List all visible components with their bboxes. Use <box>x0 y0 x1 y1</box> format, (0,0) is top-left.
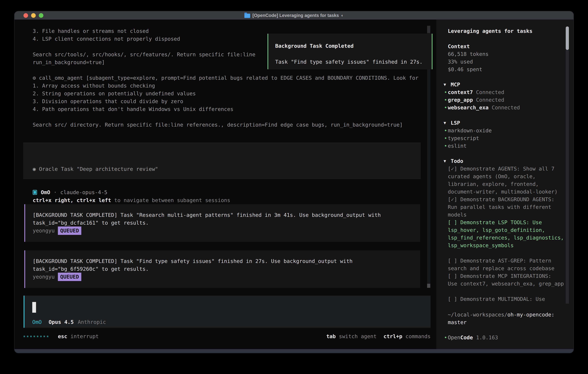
input-meta: OmO Opus 4.5 Anthropic <box>32 318 106 326</box>
mcp-server-name: context7 <box>448 89 473 95</box>
todo-item: [ ] Demonstrate MULTIMODAL: Use <box>448 295 567 303</box>
status-badge: QUEUED <box>58 273 81 281</box>
sidebar-scrollbar-thumb[interactable] <box>566 26 569 50</box>
todo-item: [✓] Demonstrate AGENTS: Show all 7 curat… <box>448 165 567 196</box>
maximize-button[interactable] <box>39 13 43 18</box>
status-badge: QUEUED <box>58 227 81 235</box>
product-name-b: Code <box>460 334 473 341</box>
window-title-group: [OpenCode] Leveraging agents for tasks ◐ <box>244 13 344 18</box>
context-spent: $0.46 spent <box>448 65 567 73</box>
context-used: 33% used <box>448 58 567 65</box>
todo-item: [ ] Demonstrate MCP INTEGRATIONS: Use co… <box>448 272 567 288</box>
message-text: [BACKGROUND TASK COMPLETED] Task "Resear… <box>33 211 409 227</box>
tab-key-label: switch agent <box>339 332 377 340</box>
terminal-line: Search src/ directory. Return specific f… <box>33 121 436 129</box>
lsp-server-item: •typescript <box>448 134 567 142</box>
chevron-down-icon: ▼ <box>444 81 451 88</box>
ctrlp-key-hint: ctrl+p <box>384 332 402 340</box>
message-author: yeongyu <box>33 273 55 281</box>
todo-item: [✓] Demonstrate BACKGROUND AGENTS: Run p… <box>448 196 567 218</box>
toast-title: Background Task Completed <box>275 42 425 50</box>
status-bar: esc interrupt tab switch agent ctrl+p co… <box>24 332 430 340</box>
terminal-scrollbar-thumb-top[interactable] <box>427 26 430 33</box>
mcp-server-status: Connected <box>476 97 504 103</box>
context-section: Context 66,518 tokens 33% used $0.46 spe… <box>448 42 567 73</box>
mcp-server-name: grep_app <box>448 97 473 103</box>
lsp-server-item: •eslint <box>448 142 567 150</box>
lsp-heading: LSP <box>451 119 460 127</box>
input-provider-label: Anthropic <box>78 318 106 326</box>
workspace-path-prefix: ~/local-workspaces/ <box>448 312 507 318</box>
context-tokens: 66,518 tokens <box>448 50 567 58</box>
sidebar-scrollbar[interactable] <box>566 26 569 304</box>
minimize-button[interactable] <box>31 13 36 18</box>
input-agent-label: OmO <box>32 318 42 326</box>
spinner-dot-icon <box>37 336 38 337</box>
status-dot-icon: • <box>444 127 447 134</box>
background-task-message: [BACKGROUND TASK COMPLETED] Task "Find t… <box>24 250 420 288</box>
mcp-server-status: Connected <box>492 104 520 111</box>
mcp-server-item: •grep_app Connected <box>448 96 567 104</box>
workspace-path: ~/local-workspaces/oh-my-opencode: maste… <box>448 311 567 326</box>
subagent-nav-hint: ctrl+x right, ctrl+x left to navigate be… <box>33 197 421 204</box>
omo-agent-icon <box>33 190 37 195</box>
lsp-server-item: •markdown-oxide <box>448 127 567 134</box>
terminal-pane: 3. File handles or streams not closed4. … <box>14 20 436 349</box>
sidebar-scrollbar-track <box>566 50 569 304</box>
status-dot-icon: • <box>444 134 447 142</box>
input-model-label: Opus 4.5 <box>49 318 74 326</box>
status-dot-icon: • <box>444 88 447 96</box>
mcp-section: ▼ MCP •context7 Connected•grep_app Conne… <box>448 81 567 111</box>
mcp-section-header[interactable]: ▼ MCP <box>444 81 562 88</box>
traffic-lights <box>23 11 43 20</box>
window-footer-strip <box>14 349 574 353</box>
prompt-input[interactable]: OmO Opus 4.5 Anthropic <box>24 296 430 328</box>
spinner-dot-icon <box>43 336 45 337</box>
spinner-dot-icon <box>24 336 25 337</box>
mcp-server-item: •context7 Connected <box>448 88 567 96</box>
agent-separator: · <box>54 188 57 196</box>
ctrlp-key-label: commands <box>406 332 430 340</box>
lsp-server-name: typescript <box>448 135 479 141</box>
message-author: yeongyu <box>33 227 55 235</box>
mcp-heading: MCP <box>451 81 460 88</box>
spinner-dots <box>24 336 48 337</box>
text-cursor <box>32 302 36 313</box>
chevron-down-icon: ▼ <box>444 157 451 165</box>
version-number: 1.0.163 <box>476 334 498 341</box>
status-dot-icon: • <box>444 104 447 111</box>
toast-body: Task "Find type safety issues" finished … <box>275 58 425 66</box>
session-sidebar: Leveraging agents for tasks Context 66,5… <box>436 20 574 349</box>
workspace-branch: master <box>448 319 467 325</box>
spinner-dot-icon <box>27 336 28 337</box>
mcp-server-item: •websearch_exa Connected <box>448 104 567 111</box>
chevron-down-icon: ▼ <box>444 119 451 127</box>
close-button[interactable] <box>23 13 28 18</box>
lsp-section-header[interactable]: ▼ LSP <box>444 119 562 127</box>
spinner-dot-icon <box>33 336 35 337</box>
record-icon: ◉ <box>33 166 36 172</box>
todo-heading: Todo <box>451 157 463 165</box>
terminal-scrollbar-thumb-bottom[interactable] <box>427 284 430 288</box>
session-title: Leveraging agents for tasks <box>448 27 567 35</box>
terminal-line: 2. String operations on potentially unde… <box>33 90 436 97</box>
message-meta: yeongyuQUEUED <box>33 273 413 281</box>
status-dot-icon: • <box>444 96 447 104</box>
agent-header: OmO · claude-opus-4-5 <box>33 188 107 196</box>
background-task-message: [BACKGROUND TASK COMPLETED] Task "Resear… <box>24 204 420 242</box>
message-meta: yeongyuQUEUED <box>33 227 413 235</box>
folder-icon <box>244 14 250 18</box>
spinner-dot-icon <box>30 336 32 337</box>
window-title: [OpenCode] Leveraging agents for tasks <box>252 13 339 18</box>
opencode-version: • OpenCode1.0.163 <box>448 334 567 341</box>
terminal-line: 4. Path operations that don't handle Win… <box>33 105 436 113</box>
esc-key-label: interrupt <box>71 332 99 340</box>
window-titlebar[interactable]: [OpenCode] Leveraging agents for tasks ◐ <box>14 11 574 20</box>
terminal-line: ⚙ call_omo_agent [subagent_type=explore,… <box>33 74 436 82</box>
todo-item: [ ] Demonstrate AST-GREP: Pattern search… <box>448 257 567 272</box>
lsp-server-name: markdown-oxide <box>448 128 492 134</box>
status-dot-icon: • <box>444 334 447 341</box>
terminal-line: 1. Array access without bounds checking <box>33 82 436 90</box>
spinner-dot-icon <box>40 336 42 337</box>
todo-section-header[interactable]: ▼ Todo <box>444 157 562 165</box>
